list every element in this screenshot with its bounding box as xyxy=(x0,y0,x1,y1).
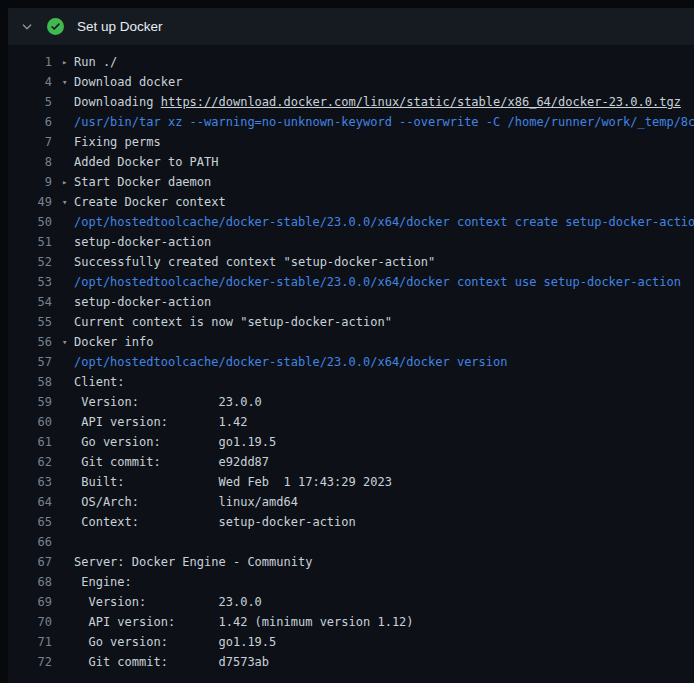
log-text: OS/Arch: linux/amd64 xyxy=(74,495,298,509)
log-text: Version: 23.0.0 xyxy=(74,395,262,409)
line-number[interactable]: 58 xyxy=(8,372,52,392)
line-number[interactable]: 64 xyxy=(8,492,52,512)
log-line-row: 5Downloading https://download.docker.com… xyxy=(8,92,694,112)
line-number[interactable]: 7 xyxy=(8,132,52,152)
collapse-arrow-icon[interactable]: ▾ xyxy=(62,192,74,212)
log-line-row: 67Server: Docker Engine - Community xyxy=(8,552,694,572)
log-text: API version: 1.42 xyxy=(74,415,247,429)
line-number[interactable]: 61 xyxy=(8,432,52,452)
log-line-row: 72 Git commit: d7573ab xyxy=(8,652,694,672)
line-content: Git commit: d7573ab xyxy=(52,652,694,672)
chevron-down-icon[interactable] xyxy=(20,20,34,34)
line-number[interactable]: 6 xyxy=(8,112,52,132)
log-text: Added Docker to PATH xyxy=(74,155,219,169)
line-number[interactable]: 69 xyxy=(8,592,52,612)
line-content: Git commit: e92dd87 xyxy=(52,452,694,472)
line-number[interactable]: 68 xyxy=(8,572,52,592)
line-number[interactable]: 70 xyxy=(8,612,52,632)
log-group-row[interactable]: 49▾Create Docker context xyxy=(8,192,694,212)
line-number[interactable]: 4 xyxy=(8,72,52,92)
log-text: Client: xyxy=(74,375,125,389)
log-text: setup-docker-action xyxy=(74,295,211,309)
line-content: Go version: go1.19.5 xyxy=(52,432,694,452)
step-log-panel: Set up Docker 1▸Run ./4▾Download docker5… xyxy=(8,8,694,683)
log-command-text: /opt/hostedtoolcache/docker-stable/23.0.… xyxy=(74,215,694,229)
line-number[interactable]: 9 xyxy=(8,172,52,192)
log-text: Fixing perms xyxy=(74,135,161,149)
log-line-row: 63 Built: Wed Feb 1 17:43:29 2023 xyxy=(8,472,694,492)
line-number[interactable]: 72 xyxy=(8,652,52,672)
expand-arrow-icon[interactable]: ▸ xyxy=(62,52,74,72)
log-line-row: 53/opt/hostedtoolcache/docker-stable/23.… xyxy=(8,272,694,292)
line-number[interactable]: 53 xyxy=(8,272,52,292)
line-content: /opt/hostedtoolcache/docker-stable/23.0.… xyxy=(52,352,694,372)
line-number[interactable]: 57 xyxy=(8,352,52,372)
line-content: Current context is now "setup-docker-act… xyxy=(52,312,694,332)
step-header[interactable]: Set up Docker xyxy=(8,8,694,45)
log-line-row: 61 Go version: go1.19.5 xyxy=(8,432,694,452)
line-number[interactable]: 49 xyxy=(8,192,52,212)
line-content: Client: xyxy=(52,372,694,392)
line-number[interactable]: 52 xyxy=(8,252,52,272)
line-number[interactable]: 1 xyxy=(8,52,52,72)
line-content: API version: 1.42 xyxy=(52,412,694,432)
line-number[interactable]: 5 xyxy=(8,92,52,112)
log-line-row: 6/usr/bin/tar xz --warning=no-unknown-ke… xyxy=(8,112,694,132)
log-text: Git commit: e92dd87 xyxy=(74,455,269,469)
line-number[interactable]: 56 xyxy=(8,332,52,352)
log-text: Current context is now "setup-docker-act… xyxy=(74,315,392,329)
log-line-row: 60 API version: 1.42 xyxy=(8,412,694,432)
line-number[interactable]: 8 xyxy=(8,152,52,172)
line-number[interactable]: 50 xyxy=(8,212,52,232)
line-number[interactable]: 65 xyxy=(8,512,52,532)
log-text: Create Docker context xyxy=(74,195,226,209)
log-line-row: 64 OS/Arch: linux/amd64 xyxy=(8,492,694,512)
log-command-text: /opt/hostedtoolcache/docker-stable/23.0.… xyxy=(74,275,681,289)
line-number[interactable]: 60 xyxy=(8,412,52,432)
log-text: Context: setup-docker-action xyxy=(74,515,356,529)
log-group-row[interactable]: 4▾Download docker xyxy=(8,72,694,92)
log-text: Git commit: d7573ab xyxy=(74,655,269,669)
line-number[interactable]: 63 xyxy=(8,472,52,492)
line-content: setup-docker-action xyxy=(52,292,694,312)
log-command-text: /usr/bin/tar xz --warning=no-unknown-key… xyxy=(74,115,694,129)
line-content: Server: Docker Engine - Community xyxy=(52,552,694,572)
log-group-row[interactable]: 9▸Start Docker daemon xyxy=(8,172,694,192)
line-number[interactable]: 51 xyxy=(8,232,52,252)
expand-arrow-icon[interactable]: ▸ xyxy=(62,172,74,192)
line-content: ▾Docker info xyxy=(52,332,694,352)
log-group-row[interactable]: 1▸Run ./ xyxy=(8,52,694,72)
line-number[interactable]: 67 xyxy=(8,552,52,572)
line-content: Successfully created context "setup-dock… xyxy=(52,252,694,272)
line-number[interactable]: 62 xyxy=(8,452,52,472)
log-line-row: 69 Version: 23.0.0 xyxy=(8,592,694,612)
line-content xyxy=(52,532,694,552)
line-number[interactable]: 71 xyxy=(8,632,52,652)
line-content: ▾Download docker xyxy=(52,72,694,92)
log-line-row: 52Successfully created context "setup-do… xyxy=(8,252,694,272)
log-group-row[interactable]: 56▾Docker info xyxy=(8,332,694,352)
log-line-row: 62 Git commit: e92dd87 xyxy=(8,452,694,472)
line-number[interactable]: 55 xyxy=(8,312,52,332)
log-text: Download docker xyxy=(74,75,182,89)
log-link[interactable]: https://download.docker.com/linux/static… xyxy=(161,95,681,109)
collapse-arrow-icon[interactable]: ▾ xyxy=(62,72,74,92)
line-content: Fixing perms xyxy=(52,132,694,152)
log-text: Go version: go1.19.5 xyxy=(74,435,276,449)
line-number[interactable]: 54 xyxy=(8,292,52,312)
log-text: Run ./ xyxy=(74,55,117,69)
line-content: Downloading https://download.docker.com/… xyxy=(52,92,694,112)
line-content: /opt/hostedtoolcache/docker-stable/23.0.… xyxy=(52,212,694,232)
step-title: Set up Docker xyxy=(77,19,163,34)
log-line-row: 58Client: xyxy=(8,372,694,392)
collapse-arrow-icon[interactable]: ▾ xyxy=(62,332,74,352)
line-content: Go version: go1.19.5 xyxy=(52,632,694,652)
log-line-row: 68 Engine: xyxy=(8,572,694,592)
line-number[interactable]: 66 xyxy=(8,532,52,552)
log-line-row: 51setup-docker-action xyxy=(8,232,694,252)
log-line-row: 57/opt/hostedtoolcache/docker-stable/23.… xyxy=(8,352,694,372)
log-text: setup-docker-action xyxy=(74,235,211,249)
log-line-row: 7Fixing perms xyxy=(8,132,694,152)
line-content: setup-docker-action xyxy=(52,232,694,252)
line-number[interactable]: 59 xyxy=(8,392,52,412)
